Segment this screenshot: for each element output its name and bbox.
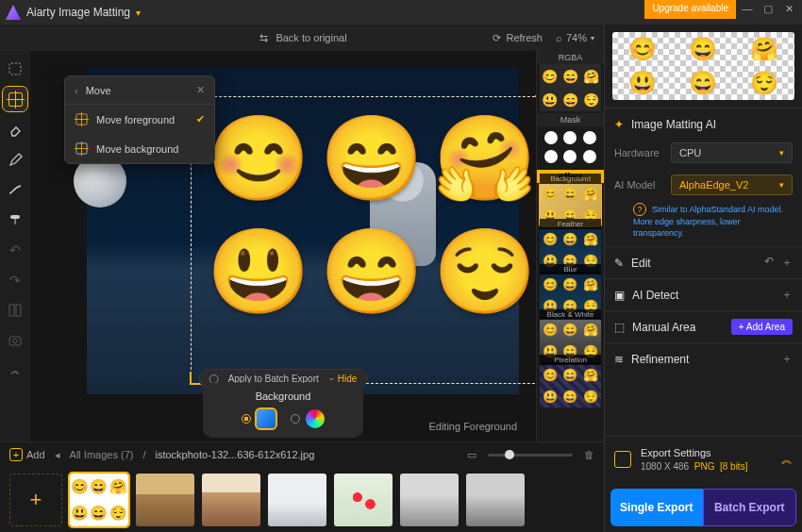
bg-image-option[interactable] bbox=[242, 409, 276, 428]
edit-section[interactable]: ✎Edit ↶＋ bbox=[605, 246, 802, 278]
chevron-up-icon[interactable]: ︽ bbox=[781, 452, 793, 468]
plus-icon[interactable]: ＋ bbox=[781, 255, 793, 271]
move-icon bbox=[76, 114, 88, 125]
thumb-7[interactable] bbox=[466, 474, 525, 526]
brush-tool[interactable] bbox=[3, 177, 27, 202]
svg-point-5 bbox=[13, 339, 17, 342]
app-title: Aiarty Image Matting bbox=[26, 6, 130, 19]
plus-icon[interactable]: ＋ bbox=[781, 287, 793, 303]
effect-pixelation[interactable]: Pixelation😊😄🤗😃😄😌 bbox=[540, 364, 601, 407]
breadcrumb-back-icon[interactable]: ◂ bbox=[55, 449, 60, 461]
move-foreground-option[interactable]: Move foreground ✔ bbox=[65, 105, 214, 134]
mask-preview[interactable] bbox=[540, 126, 601, 168]
close-button[interactable]: ✕ bbox=[779, 0, 798, 17]
zoom-control[interactable]: ⌕74%▾ bbox=[556, 32, 594, 43]
collapse-button[interactable]: ︽ bbox=[3, 358, 27, 383]
preview-column: RGBA 😊😄🤗 😃😄😌 Mask Effect Background😊😄🤗😃😄… bbox=[536, 51, 604, 441]
refine-icon: ≋ bbox=[614, 353, 624, 366]
app-logo-icon bbox=[6, 5, 21, 20]
batch-export-button[interactable]: Batch Export bbox=[703, 489, 797, 526]
move-icon bbox=[8, 92, 23, 107]
background-panel: Background bbox=[203, 383, 363, 438]
delete-button[interactable]: 🗑 bbox=[584, 449, 594, 460]
add-area-button[interactable]: + Add Area bbox=[731, 319, 793, 335]
apply-batch-radio[interactable] bbox=[209, 374, 219, 384]
undo-icon[interactable]: ↶ bbox=[764, 255, 774, 271]
thumb-3[interactable] bbox=[202, 474, 260, 526]
svg-rect-2 bbox=[9, 305, 14, 316]
rgba-preview[interactable]: 😊😄🤗 😃😄😌 bbox=[540, 64, 601, 111]
thumb-1[interactable]: 😊😄🤗😃😄😌 bbox=[70, 474, 128, 526]
plus-icon[interactable]: ＋ bbox=[781, 351, 793, 367]
export-panel: Export Settings 1080 X 486 PNG [8 bits] … bbox=[605, 436, 802, 532]
emoji: 😌 bbox=[432, 230, 536, 336]
hardware-label: Hardware bbox=[614, 147, 663, 158]
single-export-button[interactable]: Single Export bbox=[610, 489, 703, 526]
back-to-original-button[interactable]: ⇆ Back to original bbox=[257, 31, 346, 44]
thumbnail-size-slider[interactable] bbox=[488, 454, 573, 457]
select-tool[interactable] bbox=[3, 57, 27, 81]
thumb-4[interactable] bbox=[268, 474, 326, 526]
thumb-6[interactable] bbox=[400, 474, 459, 526]
editor-topbar: ⇆ Back to original ⟳Refresh ⌕74%▾ bbox=[0, 25, 604, 51]
swap-icon: ⇆ bbox=[257, 31, 270, 44]
thumb-5[interactable] bbox=[334, 474, 393, 526]
radio-selected-icon bbox=[242, 414, 251, 424]
check-icon: ✔ bbox=[196, 113, 205, 125]
canvas[interactable]: 😊 😄 🤗 😃 😄 😌 ‹ Move ✕ Move foregro bbox=[30, 51, 536, 441]
gallery-add-button[interactable]: +Add bbox=[9, 448, 45, 461]
svg-rect-3 bbox=[16, 305, 21, 316]
thumb-2[interactable] bbox=[136, 474, 194, 526]
plus-icon: + bbox=[9, 448, 23, 461]
back-icon[interactable]: ‹ bbox=[75, 85, 78, 96]
radio-icon bbox=[291, 414, 300, 424]
camera-tool[interactable] bbox=[3, 328, 27, 353]
thumbnail-size-icon: ▭ bbox=[467, 449, 476, 461]
bg-color-option[interactable] bbox=[291, 409, 325, 428]
manual-section[interactable]: ⬚Manual Area + Add Area bbox=[605, 310, 802, 342]
editing-status: Editing Foreground bbox=[428, 421, 517, 432]
edit-icon: ✎ bbox=[614, 257, 624, 270]
breadcrumb-file: istockphoto-132...636-612x612.jpg bbox=[156, 449, 315, 460]
pencil-tool[interactable] bbox=[3, 147, 27, 172]
breadcrumb-all[interactable]: All Images (7) bbox=[70, 449, 134, 460]
move-tool[interactable] bbox=[3, 87, 27, 111]
zoom-icon: ⌕ bbox=[556, 32, 562, 43]
roller-tool[interactable] bbox=[3, 208, 27, 232]
eraser-tool[interactable] bbox=[3, 117, 27, 141]
model-hint: ?Similar to AlphaStandard AI model.More … bbox=[605, 201, 802, 246]
right-panel: 😊😄🤗 😃😄😌 ✦ Image Matting AI Hardware CPU▾… bbox=[604, 25, 802, 532]
rgba-label[interactable]: RGBA bbox=[537, 51, 604, 64]
back-label: Back to original bbox=[276, 32, 346, 43]
sparkle-icon: ✦ bbox=[614, 118, 624, 131]
detect-section[interactable]: ▣AI Detect ＋ bbox=[605, 278, 802, 310]
emoji: 😄 bbox=[319, 230, 425, 336]
compare-tool[interactable] bbox=[3, 298, 27, 323]
emoji: 🤗 bbox=[432, 117, 536, 223]
close-icon[interactable]: ✕ bbox=[196, 84, 205, 96]
chevron-down-icon[interactable]: ▾ bbox=[136, 8, 141, 18]
tool-rail: ↶ ↷ ︽ bbox=[0, 51, 30, 441]
move-background-option[interactable]: Move background bbox=[65, 134, 214, 163]
redo-button[interactable]: ↷ bbox=[3, 268, 27, 292]
add-thumb-button[interactable]: + bbox=[9, 474, 62, 526]
foreground-emojis: 😊 😄 🤗 😃 😄 😌 bbox=[206, 117, 536, 336]
gallery: +Add ◂ All Images (7) / istockphoto-132.… bbox=[0, 441, 604, 532]
model-select[interactable]: AlphaEdge_V2▾ bbox=[671, 175, 793, 195]
refresh-button[interactable]: ⟳Refresh bbox=[493, 32, 543, 44]
mask-label[interactable]: Mask bbox=[537, 113, 604, 126]
color-wheel-icon bbox=[306, 409, 325, 428]
minimize-button[interactable]: ― bbox=[738, 0, 757, 17]
svg-rect-4 bbox=[9, 337, 21, 345]
gear-icon[interactable] bbox=[614, 451, 631, 468]
svg-rect-1 bbox=[10, 215, 20, 219]
refine-section[interactable]: ≋Refinement ＋ bbox=[605, 342, 802, 374]
undo-button[interactable]: ↶ bbox=[3, 238, 27, 262]
maximize-button[interactable]: ▢ bbox=[759, 0, 777, 17]
help-icon[interactable]: ? bbox=[633, 203, 646, 216]
titlebar: Aiarty Image Matting ▾ Upgrade available… bbox=[0, 0, 802, 25]
upgrade-button[interactable]: Upgrade available bbox=[644, 0, 736, 19]
background-title: Background bbox=[214, 391, 352, 402]
hardware-select[interactable]: CPU▾ bbox=[671, 142, 793, 163]
move-icon bbox=[76, 143, 88, 155]
